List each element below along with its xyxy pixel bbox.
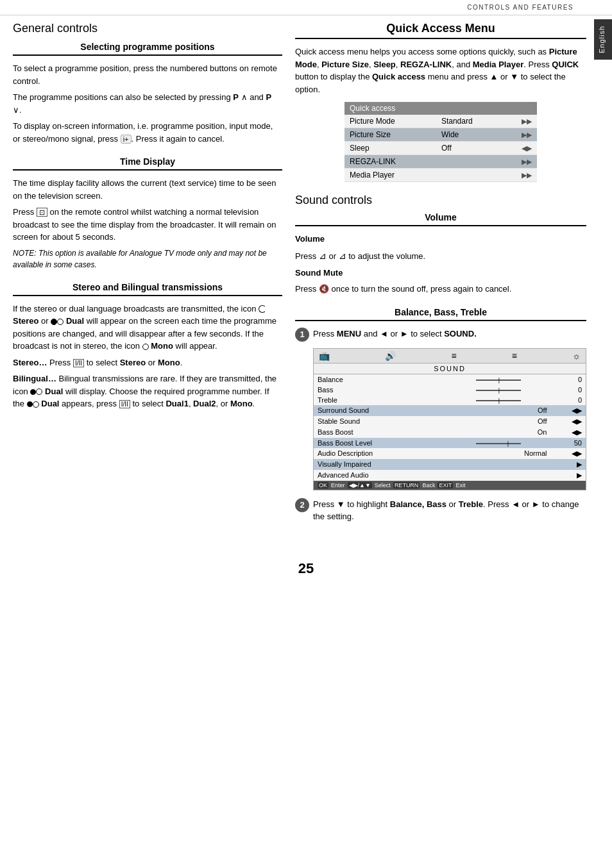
section2-note: NOTE: This option is available for Analo… — [13, 247, 282, 271]
volume-title: Volume — [295, 212, 586, 226]
stable-value: Off — [450, 416, 547, 427]
treble-label: Treble — [314, 395, 450, 405]
quick-access-table-header: Quick access — [344, 102, 537, 115]
bass-value: 0 — [547, 385, 586, 395]
bassboost-arrow: ◀▶ — [547, 427, 586, 438]
sound-icon-bars: ≡ — [512, 351, 517, 361]
table-row: Treble | 0 — [314, 395, 586, 405]
toolbar-exit-label: Exit — [455, 482, 465, 488]
balance-label: Balance — [314, 374, 450, 385]
content-area: General controls Selecting programme pos… — [0, 15, 612, 547]
header-text: CONTROLS AND FEATURES — [467, 4, 574, 11]
step-1-content: Press MENU and ◄ or ► to select SOUND. — [313, 328, 586, 340]
table-row: Sleep Off ◀▶ — [344, 142, 537, 155]
step-2-row: 2 Press ▼ to highlight Balance, Bass or … — [295, 498, 586, 523]
section1-para3: To display on-screen information, i.e. p… — [13, 120, 282, 145]
dual-icon-filled — [51, 319, 57, 325]
bassboostlevel-slider: | — [450, 438, 547, 448]
table-row: Advanced Audio ▶ — [314, 470, 586, 481]
section3-para1: If the stereo or dual language broadcast… — [13, 303, 282, 353]
bass-label: Bass — [314, 385, 450, 395]
mute-icon: 🔇 — [319, 284, 329, 294]
table-row: Media Player ▶▶ — [344, 169, 537, 182]
stable-arrow: ◀▶ — [547, 416, 586, 427]
page-header: CONTROLS AND FEATURES — [0, 0, 612, 15]
qa-row-value: Wide — [436, 128, 504, 142]
section-sound-controls: Sound controls Volume Volume Press ⊿ or … — [295, 194, 586, 523]
table-row: Audio Description Normal ◀▶ — [314, 448, 586, 459]
qa-row-label: Picture Mode — [344, 115, 436, 128]
bilingual-button: I/II — [119, 400, 130, 408]
section2-title: Time Display — [13, 156, 282, 171]
section1-title: Selecting programme positions — [13, 42, 282, 56]
qa-row-label: Sleep — [344, 142, 436, 155]
dual-icon-empty — [57, 319, 64, 325]
stable-label: Stable Sound — [314, 416, 450, 427]
qa-row-value — [436, 169, 504, 182]
section2-para1: The time display facility allows the cur… — [13, 177, 282, 202]
qa-row-label: Media Player — [344, 169, 436, 182]
section3-title: Stereo and Bilingual transmissions — [13, 282, 282, 296]
dual-icon3-filled — [27, 401, 33, 407]
toolbar-back: Back — [422, 482, 435, 488]
section-volume: Volume Volume Press ⊿ or ⊿ to adjust the… — [295, 212, 586, 296]
bassboostlevel-value: 50 — [547, 438, 586, 448]
treble-value: 0 — [547, 395, 586, 405]
balance-title: Balance, Bass, Treble — [295, 307, 586, 321]
toolbar-return: RETURN — [393, 482, 420, 488]
table-row: Bass | 0 — [314, 385, 586, 395]
quick-access-intro: Quick access menu helps you access some … — [295, 46, 586, 96]
visually-arrow: ▶ — [547, 459, 586, 470]
vol-down-icon: ⊿ — [319, 251, 327, 261]
section-selecting-programme: Selecting programme positions To select … — [13, 42, 282, 145]
section1-para1: To select a programme position, press th… — [13, 62, 282, 87]
table-row: Surround Sound Off ◀▶ — [314, 405, 586, 416]
sound-icon-sun: ☼ — [572, 351, 581, 361]
and-text: and — [250, 92, 264, 102]
sound-menu-container: 📺 🔊 ≡ ≡ ☼ SOUND Balance — [313, 348, 586, 490]
bassboost-value: On — [450, 427, 547, 438]
qa-row-value — [436, 155, 504, 169]
volume-text: Press ⊿ or ⊿ to adjust the volume. — [295, 249, 586, 263]
table-row: Bass Boost On ◀▶ — [314, 427, 586, 438]
qa-row-arrow: ◀▶ — [504, 142, 537, 155]
dual-icon2-empty — [36, 388, 42, 395]
volume-label: Volume — [295, 233, 586, 246]
sound-icon-lines: ≡ — [451, 351, 456, 361]
balance-slider: | — [450, 374, 547, 385]
section3-para2: Stereo… Press I/II to select Stereo or M… — [13, 356, 282, 369]
table-row: Bass Boost Level | 50 — [314, 438, 586, 448]
treble-slider: | — [450, 395, 547, 405]
qa-row-label: Picture Size — [344, 128, 436, 142]
language-tab: English — [594, 19, 612, 60]
section-balance-bass-treble: Balance, Bass, Treble 1 Press MENU and ◄… — [295, 307, 586, 523]
tv-icon: ⊡ — [37, 208, 47, 217]
qa-row-arrow: ▶▶ — [504, 155, 537, 169]
section3-para3: Bilingual… Bilingual transmissions are r… — [13, 372, 282, 410]
step-1-circle: 1 — [295, 328, 309, 342]
section-stereo-bilingual: Stereo and Bilingual transmissions If th… — [13, 282, 282, 410]
step-2-content: Press ▼ to highlight Balance, Bass or Tr… — [313, 498, 586, 523]
quick-access-table: Quick access Picture Mode Standard ▶▶ Pi… — [344, 102, 537, 182]
dual-icon3-empty — [33, 401, 39, 408]
page-wrapper: CONTROLS AND FEATURES English General co… — [0, 0, 612, 868]
visually-label: Visually Impaired — [314, 459, 450, 470]
sound-controls-title: Sound controls — [295, 194, 586, 207]
mono-icon — [142, 344, 149, 350]
step-1-row: 1 Press MENU and ◄ or ► to select SOUND. — [295, 328, 586, 342]
toolbar-exit: EXIT — [438, 482, 453, 488]
table-row: Visually Impaired ▶ — [314, 459, 586, 470]
toolbar-select: Select — [375, 482, 391, 488]
visually-value — [450, 459, 547, 470]
section1-para2: The programme positions can also be sele… — [13, 91, 282, 116]
advanced-label: Advanced Audio — [314, 470, 450, 481]
surround-arrow: ◀▶ — [547, 405, 586, 416]
sound-icon-tv: 📺 — [319, 351, 330, 361]
audiodesc-arrow: ◀▶ — [547, 448, 586, 459]
table-row: Stable Sound Off ◀▶ — [314, 416, 586, 427]
qa-row-value: Standard — [436, 115, 504, 128]
balance-value: 0 — [547, 374, 586, 385]
sound-mute-label: Sound Mute — [295, 267, 586, 280]
audiodesc-value: Normal — [450, 448, 547, 459]
section-time-display: Time Display The time display facility a… — [13, 156, 282, 271]
